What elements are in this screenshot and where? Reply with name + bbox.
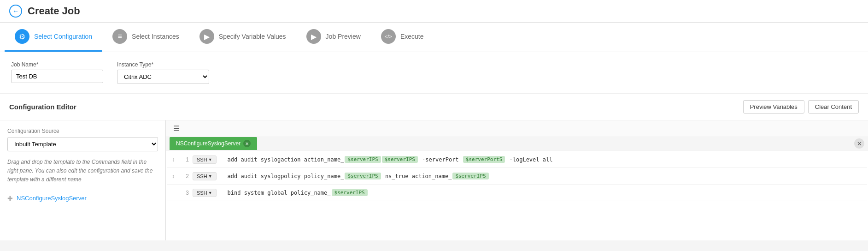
template-item-nsconfiguresyslogserver[interactable]: ✚ NSConfigureSyslogServer bbox=[7, 193, 158, 204]
preview-variables-button[interactable]: Preview Variables bbox=[743, 100, 804, 114]
line-content: add audit syslogaction action_name_$serv… bbox=[228, 152, 867, 167]
instance-type-select[interactable]: Citrix ADC NetScaler Other bbox=[117, 70, 209, 84]
config-editor-actions: Preview Variables Clear Content bbox=[743, 100, 859, 114]
config-source-description: Drag and drop the template to the Comman… bbox=[7, 158, 158, 185]
line-content: bind system global policy_name_$serverIP… bbox=[228, 185, 867, 200]
tab-job-preview[interactable]: ▶ Job Preview bbox=[296, 23, 371, 52]
hamburger-icon[interactable]: ☰ bbox=[173, 124, 180, 133]
editor-pane: ☰ NSConfigureSyslogServer ✕ ✕ ↕ 1 bbox=[166, 120, 868, 240]
line-number: 1 bbox=[180, 156, 193, 163]
editor-toolbar: ☰ bbox=[166, 120, 868, 137]
editor-lines: ↕ 1 SSH ▼ add audit syslogaction action_… bbox=[166, 150, 868, 202]
config-editor-header: Configuration Editor Preview Variables C… bbox=[0, 94, 868, 120]
instance-type-field: Instance Type* Citrix ADC NetScaler Othe… bbox=[117, 61, 209, 84]
template-name: NSConfigureSyslogServer bbox=[17, 195, 87, 202]
config-source-label: Configuration Source bbox=[7, 128, 158, 134]
tab-label-select-instances: Select Instances bbox=[132, 33, 179, 40]
preview-icon: ▶ bbox=[306, 29, 321, 44]
instance-type-label: Instance Type* bbox=[117, 61, 209, 68]
editor-close-button[interactable]: ✕ bbox=[854, 138, 864, 149]
editor-tab-close-button[interactable]: ✕ bbox=[243, 140, 251, 147]
line-type-dropdown[interactable]: SSH ▼ bbox=[193, 189, 217, 197]
drag-icon: ✚ bbox=[7, 195, 13, 202]
line-move-icon: ↕ bbox=[167, 156, 180, 163]
tab-specify-variables[interactable]: ▶ Specify Variable Values bbox=[189, 23, 296, 52]
line-content: add audit syslogpolicy policy_name_$serv… bbox=[228, 169, 867, 183]
line-number: 3 bbox=[180, 190, 193, 196]
tab-execute[interactable]: </> Execute bbox=[371, 23, 434, 52]
editor-tab-label: NSConfigureSyslogServer bbox=[176, 140, 240, 147]
job-name-label: Job Name* bbox=[11, 61, 103, 68]
config-source-panel: Configuration Source Inbuilt Template Cu… bbox=[0, 120, 166, 240]
configuration-editor: Configuration Editor Preview Variables C… bbox=[0, 94, 868, 240]
line-type-dropdown[interactable]: SSH ▼ bbox=[193, 172, 217, 180]
line-number: 2 bbox=[180, 173, 193, 179]
config-editor-title: Configuration Editor bbox=[9, 103, 76, 111]
page-header: ← Create Job bbox=[0, 0, 868, 23]
page-title: Create Job bbox=[28, 5, 80, 17]
tab-label-specify-variables: Specify Variable Values bbox=[219, 33, 286, 40]
job-name-input[interactable] bbox=[11, 70, 103, 83]
wizard-tabs: ⚙ Select Configuration ≡ Select Instance… bbox=[0, 23, 868, 52]
tab-label-job-preview: Job Preview bbox=[326, 33, 361, 40]
template-list: ✚ NSConfigureSyslogServer bbox=[7, 193, 158, 204]
line-move-icon: ↕ bbox=[167, 173, 180, 179]
tab-label-execute: Execute bbox=[400, 33, 424, 40]
line-type-dropdown[interactable]: SSH ▼ bbox=[193, 155, 217, 164]
gear-icon: ⚙ bbox=[15, 29, 29, 44]
table-row: ↕ 1 SSH ▼ add audit syslogaction action_… bbox=[167, 151, 867, 168]
editor-tab-bar: NSConfigureSyslogServer ✕ ✕ bbox=[166, 137, 868, 150]
table-row: ↕ 2 SSH ▼ add audit syslogpolicy policy_… bbox=[167, 168, 867, 185]
clear-content-button[interactable]: Clear Content bbox=[808, 100, 859, 114]
instances-icon: ≡ bbox=[112, 29, 127, 44]
config-source-select[interactable]: Inbuilt Template Custom Template Upload bbox=[7, 137, 158, 151]
execute-icon: </> bbox=[381, 29, 396, 44]
variables-icon: ▶ bbox=[199, 29, 214, 44]
editor-active-tab[interactable]: NSConfigureSyslogServer ✕ bbox=[170, 137, 257, 150]
tab-select-instances[interactable]: ≡ Select Instances bbox=[102, 23, 189, 52]
table-row: 3 SSH ▼ bind system global policy_name_$… bbox=[167, 185, 867, 201]
tab-select-configuration[interactable]: ⚙ Select Configuration bbox=[5, 23, 102, 52]
config-body: Configuration Source Inbuilt Template Cu… bbox=[0, 120, 868, 240]
form-section: Job Name* Instance Type* Citrix ADC NetS… bbox=[0, 52, 868, 94]
back-button[interactable]: ← bbox=[9, 5, 22, 18]
tab-label-select-configuration: Select Configuration bbox=[34, 33, 92, 40]
job-name-field: Job Name* bbox=[11, 61, 103, 84]
